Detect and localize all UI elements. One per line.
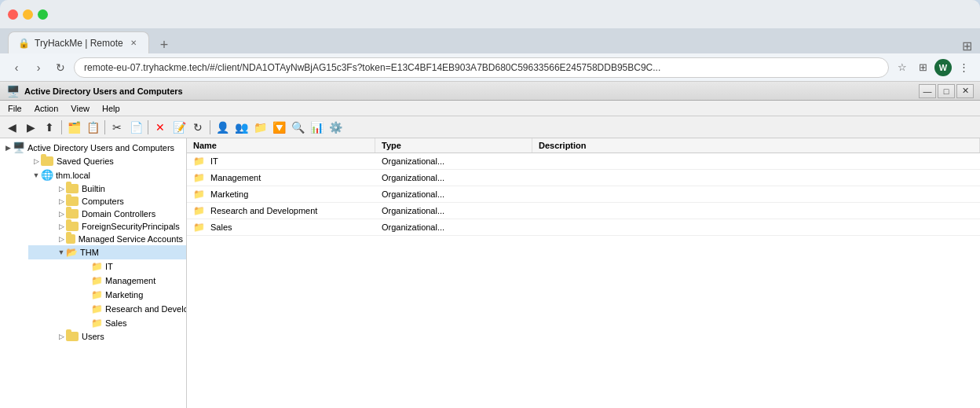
thm-local-expander[interactable]: ▼ — [31, 171, 41, 180]
tree-item-saved-queries[interactable]: ▷ Saved Queries — [16, 155, 186, 167]
window-minimize-button[interactable]: — — [919, 84, 936, 98]
toolbar-delete[interactable]: ✕ — [152, 119, 169, 136]
toolbar-cut[interactable]: ✂ — [108, 119, 126, 136]
col-header-name[interactable]: Name — [187, 138, 375, 153]
folder-icon-builtin — [66, 184, 79, 193]
folder-icon-users — [66, 332, 79, 341]
mktg-expander: ▷ — [82, 290, 91, 300]
bookmark-button[interactable]: ☆ — [894, 59, 911, 76]
mktg-label: Marketing — [105, 290, 143, 300]
row-management-desc — [532, 176, 980, 179]
tab-favicon: 🔒 — [18, 38, 30, 49]
sq-expander[interactable]: ▷ — [31, 156, 41, 166]
back-button[interactable]: ‹ — [8, 59, 25, 76]
row-management-icon: 📁 — [193, 172, 205, 183]
toolbar-extra2[interactable]: ⚙️ — [327, 119, 344, 136]
minimize-window-button[interactable] — [23, 9, 33, 20]
tree-item-marketing[interactable]: ▷ 📁 Marketing — [41, 288, 186, 302]
active-tab[interactable]: 🔒 TryHackMe | Remote ✕ — [8, 31, 149, 53]
users-expander[interactable]: ▷ — [57, 332, 66, 341]
detail-row-it[interactable]: 📁 IT Organizational... — [187, 153, 980, 170]
toolbar-copy[interactable]: 📄 — [127, 119, 144, 136]
menu-file[interactable]: File — [3, 102, 27, 115]
dc-expander[interactable]: ▷ — [57, 209, 66, 219]
toolbar-new-group[interactable]: 👥 — [232, 119, 250, 136]
window-title-text: Active Directory Users and Computers — [24, 86, 183, 96]
browser-menu-button[interactable]: ⊞ — [962, 39, 972, 53]
ou-icon-sales: 📁 — [91, 318, 103, 329]
tree-item-builtin[interactable]: ▷ Builtin — [28, 182, 186, 195]
toolbar-find[interactable]: 🔍 — [289, 119, 306, 136]
tab-bar: 🔒 TryHackMe | Remote ✕ + ⊞ — [0, 28, 980, 53]
toolbar-new-user[interactable]: 👤 — [214, 119, 231, 136]
fsp-label: ForeignSecurityPrincipals — [82, 222, 180, 231]
tree-item-sales[interactable]: ▷ 📁 Sales — [41, 316, 186, 330]
thm-expander[interactable]: ▼ — [57, 248, 66, 257]
extensions-button[interactable]: ⋮ — [955, 59, 972, 76]
tab-close-button[interactable]: ✕ — [128, 38, 139, 49]
sq-label: Saved Queries — [57, 156, 114, 166]
toolbar-show[interactable]: 🗂️ — [65, 119, 82, 136]
reload-button[interactable]: ↻ — [52, 59, 69, 76]
settings-button[interactable]: ⊞ — [914, 59, 931, 76]
menu-action[interactable]: Action — [30, 102, 64, 115]
folder-icon-computers — [66, 197, 79, 206]
new-tab-button[interactable]: + — [155, 37, 174, 53]
toolbar-show2[interactable]: 📋 — [84, 119, 101, 136]
builtin-expander[interactable]: ▷ — [57, 184, 66, 193]
ou-icon-mgmt: 📁 — [91, 275, 103, 286]
detail-row-rd[interactable]: 📁 Research and Development Organizationa… — [187, 203, 980, 219]
computers-expander[interactable]: ▷ — [57, 197, 66, 206]
window-maximize-button[interactable]: □ — [938, 84, 955, 98]
toolbar-props[interactable]: 📝 — [170, 119, 188, 136]
toolbar-sep-4 — [210, 120, 210, 134]
row-marketing-desc — [532, 193, 980, 196]
detail-row-management[interactable]: 📁 Management Organizational... — [187, 170, 980, 186]
fsp-expander[interactable]: ▷ — [57, 222, 66, 231]
tree-item-thm[interactable]: ▼ 📂 THM — [28, 245, 186, 259]
thm-label: THM — [80, 248, 99, 257]
it-label: IT — [105, 262, 113, 271]
root-expander[interactable]: ▶ — [3, 143, 13, 153]
address-input[interactable] — [74, 57, 889, 78]
row-rd-desc — [532, 209, 980, 212]
profile-button[interactable]: W — [934, 59, 952, 76]
toolbar-back[interactable]: ◀ — [3, 119, 20, 136]
row-it-desc — [532, 160, 980, 163]
tree-root[interactable]: ▶ 🖥️ Active Directory Users and Computer… — [0, 140, 186, 155]
maximize-window-button[interactable] — [38, 9, 48, 20]
tree-panel: ▶ 🖥️ Active Directory Users and Computer… — [0, 138, 187, 408]
msa-label: Managed Service Accounts — [79, 234, 183, 244]
menu-help[interactable]: Help — [97, 102, 125, 115]
tree-item-users[interactable]: ▷ Users — [28, 330, 186, 343]
mgmt-label: Management — [105, 276, 155, 285]
toolbar-forward[interactable]: ▶ — [22, 119, 39, 136]
menu-view[interactable]: View — [66, 102, 94, 115]
tree-item-domain-controllers[interactable]: ▷ Domain Controllers — [28, 208, 186, 220]
tree-item-it[interactable]: ▷ 📁 IT — [41, 259, 186, 274]
window-controls: — □ ✕ — [919, 84, 974, 98]
tree-item-msa[interactable]: ▷ Managed Service Accounts — [28, 233, 186, 245]
ou-icon-rd: 📁 — [91, 303, 103, 314]
detail-row-sales[interactable]: 📁 Sales Organizational... — [187, 219, 980, 236]
forward-button[interactable]: › — [30, 59, 47, 76]
tree-item-computers[interactable]: ▷ Computers — [28, 195, 186, 208]
tree-item-fsp[interactable]: ▷ ForeignSecurityPrincipals — [28, 220, 186, 233]
close-window-button[interactable] — [8, 9, 18, 20]
builtin-label: Builtin — [82, 184, 105, 193]
msa-expander[interactable]: ▷ — [57, 234, 66, 244]
ad-window: 🖥️ Active Directory Users and Computers … — [0, 82, 980, 408]
tree-item-thm-local[interactable]: ▼ 🌐 thm.local — [16, 167, 186, 182]
window-close-button[interactable]: ✕ — [956, 84, 974, 98]
toolbar-new-ou[interactable]: 📁 — [251, 119, 269, 136]
tree-item-r-and-d[interactable]: ▷ 📁 Research and Development — [41, 302, 186, 316]
detail-row-marketing[interactable]: 📁 Marketing Organizational... — [187, 186, 980, 203]
tree-item-management[interactable]: ▷ 📁 Management — [41, 274, 186, 288]
toolbar-extra1[interactable]: 📊 — [308, 119, 325, 136]
toolbar-up[interactable]: ⬆ — [41, 119, 58, 136]
col-header-type[interactable]: Type — [375, 138, 532, 153]
col-header-description[interactable]: Description — [532, 138, 980, 153]
toolbar-filter[interactable]: 🔽 — [270, 119, 287, 136]
domain-icon: 🌐 — [41, 169, 53, 181]
toolbar-refresh[interactable]: ↻ — [189, 119, 207, 136]
